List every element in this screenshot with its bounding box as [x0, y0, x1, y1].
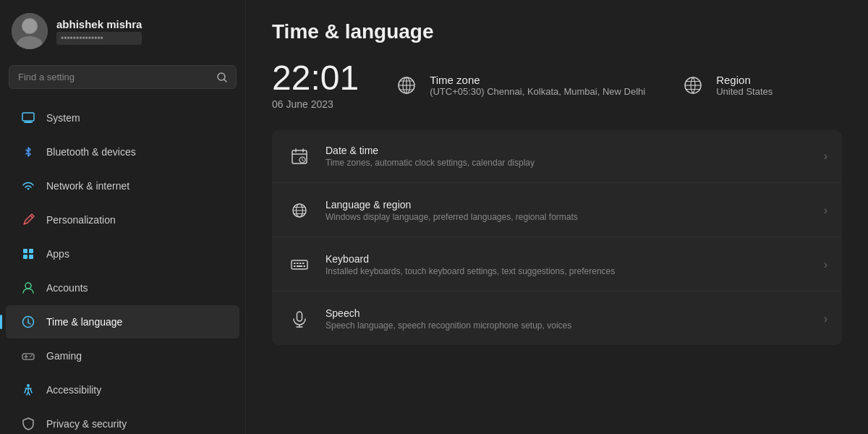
- settings-item-keyboard[interactable]: Keyboard Installed keyboards, touch keyb…: [272, 239, 842, 292]
- svg-rect-40: [299, 263, 302, 264]
- svg-rect-10: [29, 249, 33, 253]
- sidebar-item-privacy-security[interactable]: Privacy & security: [6, 407, 239, 434]
- svg-point-18: [30, 356, 31, 357]
- user-profile: abhishek mishra ••••••••••••••: [0, 0, 245, 59]
- settings-item-speech[interactable]: Speech Speech language, speech recogniti…: [272, 293, 842, 345]
- sidebar-item-label-personalization: Personalization: [46, 214, 116, 226]
- sidebar-item-label-bluetooth: Bluetooth & devices: [46, 146, 136, 158]
- sidebar-item-label-accessibility: Accessibility: [46, 384, 101, 396]
- svg-point-19: [31, 355, 33, 357]
- svg-rect-37: [292, 260, 307, 269]
- svg-point-20: [27, 384, 30, 387]
- privacy-security-icon: [20, 416, 36, 432]
- user-name: abhishek mishra: [56, 18, 142, 30]
- search-container: [0, 59, 245, 98]
- svg-rect-43: [297, 265, 302, 267]
- sidebar-item-accessibility[interactable]: Accessibility: [6, 373, 239, 407]
- svg-rect-38: [294, 263, 296, 264]
- time-block: 22:01 06 June 2023: [272, 61, 359, 110]
- region-block: Region United States: [680, 72, 773, 98]
- avatar: [12, 13, 48, 49]
- svg-rect-45: [297, 312, 302, 321]
- chevron-right-icon-date-time: ›: [824, 150, 827, 163]
- region-info: Region United States: [716, 74, 773, 97]
- system-icon: [20, 110, 36, 126]
- sidebar-item-accounts[interactable]: Accounts: [6, 271, 239, 305]
- settings-item-title-date-time: Date & time: [326, 145, 811, 156]
- settings-item-title-speech: Speech: [326, 307, 811, 319]
- svg-line-5: [224, 80, 226, 82]
- region-label: Region: [716, 74, 773, 86]
- search-icon: [217, 72, 227, 82]
- search-input[interactable]: [18, 72, 211, 82]
- chevron-right-icon-speech: ›: [824, 312, 827, 326]
- svg-rect-6: [22, 113, 34, 121]
- sidebar-item-label-privacy-security: Privacy & security: [46, 418, 127, 430]
- settings-item-desc-language-region: Windows display language, preferred lang…: [326, 212, 811, 222]
- sidebar: abhishek mishra •••••••••••••• System Bl…: [0, 0, 246, 434]
- time-header: 22:01 06 June 2023 Time zone (UTC+05:30)…: [272, 61, 842, 110]
- date-time-icon: [286, 143, 312, 169]
- keyboard-icon: [286, 252, 312, 278]
- network-icon: [20, 178, 36, 194]
- tz-value: (UTC+05:30) Chennai, Kolkata, Mumbai, Ne…: [430, 86, 645, 97]
- settings-item-date-time[interactable]: Date & time Time zones, automatic clock …: [272, 130, 842, 183]
- sidebar-item-time-language[interactable]: Time & language: [6, 305, 239, 339]
- apps-icon: [20, 246, 36, 262]
- gaming-icon: [20, 348, 36, 364]
- svg-rect-11: [23, 255, 27, 259]
- svg-point-13: [25, 283, 31, 289]
- svg-rect-44: [304, 265, 306, 267]
- date-display: 06 June 2023: [272, 98, 359, 110]
- settings-item-text-language-region: Language & region Windows display langua…: [326, 199, 811, 222]
- time-zone-block: Time zone (UTC+05:30) Chennai, Kolkata, …: [393, 72, 645, 98]
- svg-rect-42: [294, 265, 296, 267]
- settings-item-text-keyboard: Keyboard Installed keyboards, touch keyb…: [326, 253, 811, 276]
- sidebar-item-label-network: Network & internet: [46, 180, 129, 192]
- settings-item-text-speech: Speech Speech language, speech recogniti…: [326, 307, 811, 331]
- accounts-icon: [20, 280, 36, 296]
- tz-label: Time zone: [430, 74, 645, 86]
- svg-rect-12: [29, 255, 33, 259]
- time-display: 22:01: [272, 61, 359, 95]
- settings-item-title-keyboard: Keyboard: [326, 253, 811, 265]
- sidebar-item-label-gaming: Gaming: [46, 350, 82, 362]
- search-box[interactable]: [9, 65, 237, 89]
- sidebar-item-bluetooth[interactable]: Bluetooth & devices: [6, 135, 239, 169]
- chevron-right-icon-language-region: ›: [824, 204, 827, 217]
- nav-items: System Bluetooth & devices Network & int…: [0, 98, 245, 434]
- sidebar-item-personalization[interactable]: Personalization: [6, 203, 239, 237]
- speech-icon: [286, 306, 312, 332]
- svg-rect-39: [297, 263, 299, 264]
- sidebar-item-label-time-language: Time & language: [46, 316, 122, 328]
- region-icon: [680, 72, 706, 98]
- settings-item-title-language-region: Language & region: [326, 199, 811, 210]
- user-info: abhishek mishra ••••••••••••••: [56, 18, 142, 45]
- page-title: Time & language: [272, 20, 842, 43]
- chevron-right-icon-keyboard: ›: [824, 258, 827, 271]
- region-value: United States: [716, 86, 773, 97]
- tz-info: Time zone (UTC+05:30) Chennai, Kolkata, …: [430, 74, 645, 97]
- sidebar-item-gaming[interactable]: Gaming: [6, 339, 239, 373]
- settings-list: Date & time Time zones, automatic clock …: [272, 130, 842, 345]
- settings-item-text-date-time: Date & time Time zones, automatic clock …: [326, 145, 811, 168]
- svg-rect-9: [23, 249, 27, 253]
- settings-item-desc-date-time: Time zones, automatic clock settings, ca…: [326, 158, 811, 168]
- svg-rect-41: [302, 263, 305, 264]
- user-email: ••••••••••••••: [56, 32, 142, 45]
- settings-item-language-region[interactable]: Language & region Windows display langua…: [272, 184, 842, 237]
- sidebar-item-label-apps: Apps: [46, 248, 69, 260]
- sidebar-item-network[interactable]: Network & internet: [6, 169, 239, 203]
- settings-item-desc-speech: Speech language, speech recognition micr…: [326, 320, 811, 331]
- settings-item-desc-keyboard: Installed keyboards, touch keyboard sett…: [326, 266, 811, 276]
- personalization-icon: [20, 212, 36, 228]
- sidebar-item-label-system: System: [46, 112, 80, 124]
- bluetooth-icon: [20, 144, 36, 160]
- accessibility-icon: [20, 382, 36, 398]
- sidebar-item-system[interactable]: System: [6, 101, 239, 135]
- timezone-icon: [393, 72, 420, 98]
- sidebar-item-apps[interactable]: Apps: [6, 237, 239, 271]
- main-content: Time & language 22:01 06 June 2023 Time …: [246, 0, 868, 434]
- sidebar-item-label-accounts: Accounts: [46, 282, 88, 294]
- language-region-icon: [286, 197, 312, 224]
